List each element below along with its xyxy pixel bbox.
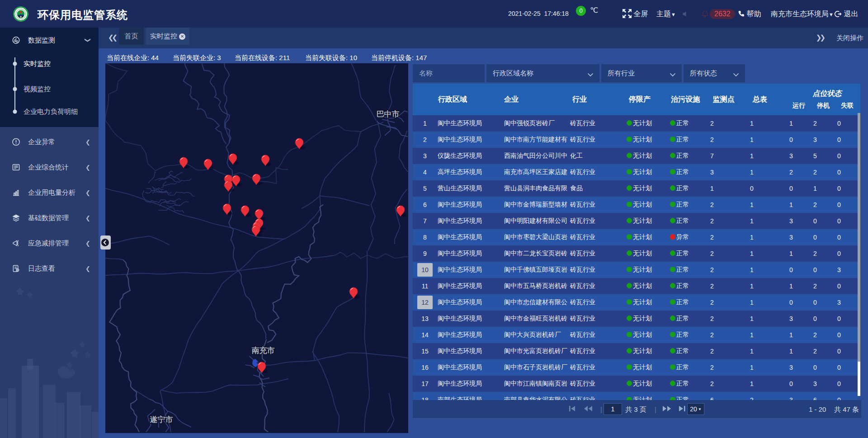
svg-text:巴中市: 巴中市 xyxy=(377,110,400,118)
svg-text:南充市: 南充市 xyxy=(252,346,275,355)
svg-text:遂宁市: 遂宁市 xyxy=(150,415,173,424)
